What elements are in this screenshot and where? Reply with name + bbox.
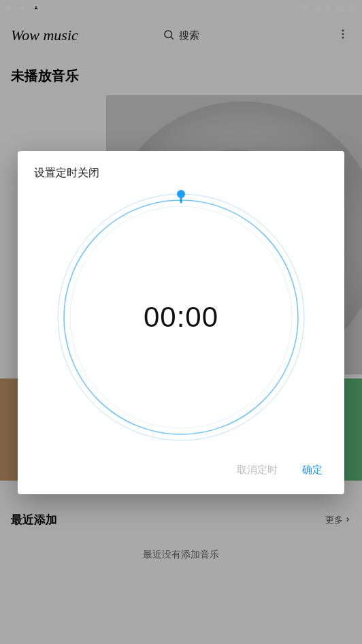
dialog-actions: 取消定时 确定 (34, 453, 328, 485)
timer-dial[interactable]: 00:00 (51, 187, 311, 447)
app-notification-icon: A (31, 3, 41, 14)
cell-signal-icon (312, 3, 322, 14)
status-time: 12:37 (335, 3, 358, 14)
recent-title: 最近添加 (11, 512, 57, 528)
status-right: 12:37 (299, 2, 358, 15)
search-icon (163, 29, 175, 43)
timer-value: 00:00 (51, 187, 311, 447)
recent-more-button[interactable]: 更多 (325, 514, 351, 526)
app-bar: Wow music 搜索 (0, 16, 362, 54)
more-menu-button[interactable] (335, 27, 351, 44)
recent-header: 最近添加 更多 (0, 512, 362, 528)
more-label: 更多 (325, 514, 343, 526)
search-label: 搜索 (179, 29, 199, 42)
download-icon (4, 3, 14, 14)
svg-point-5 (342, 33, 344, 35)
status-left: A (4, 3, 41, 14)
app-title: Wow music (11, 27, 78, 44)
recent-empty-text: 最近没有添加音乐 (0, 549, 362, 561)
download-icon (18, 3, 27, 14)
svg-point-6 (342, 37, 344, 39)
dialog-title: 设置定时关闭 (34, 166, 328, 180)
svg-text:A: A (34, 5, 37, 10)
more-vert-icon (337, 28, 349, 43)
now-playing-title: 未播放音乐 (11, 67, 351, 85)
cancel-timer-button[interactable]: 取消定时 (234, 460, 280, 481)
sleep-timer-dialog: 设置定时关闭 00:00 取消定时 确定 (18, 151, 344, 494)
svg-point-2 (165, 31, 172, 38)
svg-line-3 (171, 37, 173, 39)
svg-point-4 (342, 29, 344, 31)
status-bar: A 12:37 (0, 0, 362, 16)
chevron-right-icon (344, 515, 351, 525)
search-button[interactable]: 搜索 (163, 29, 199, 43)
ok-button[interactable]: 确定 (299, 460, 325, 481)
wifi-icon (299, 3, 310, 14)
battery-charging-icon (325, 2, 331, 15)
